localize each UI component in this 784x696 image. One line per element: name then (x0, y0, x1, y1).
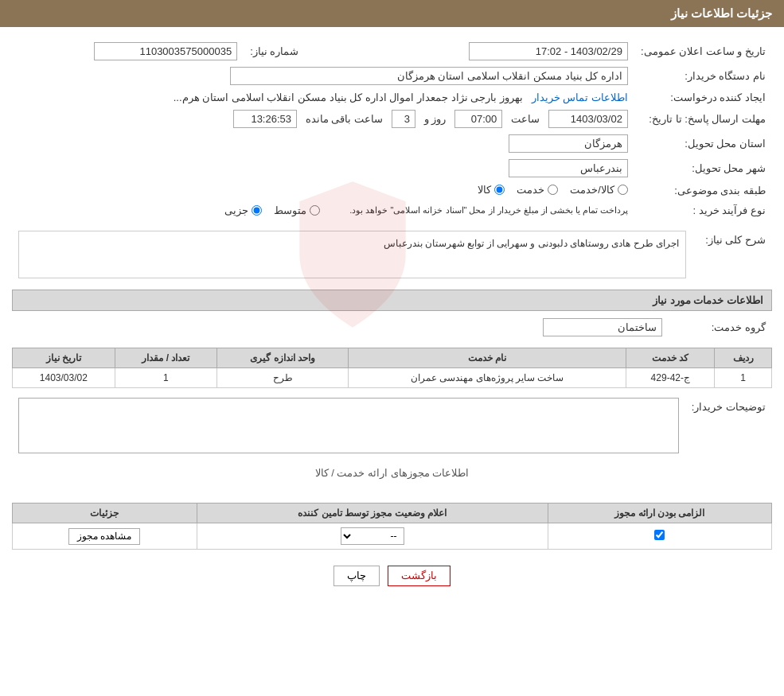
perm-required-checkbox[interactable] (654, 530, 665, 540)
description-value-cell: Ana Tender اجرای طرح هادی روستاهای دلبود… (12, 227, 692, 282)
deadline-row: 1403/03/02 ساعت 07:00 روز و 3 ساعت باقی … (12, 107, 634, 131)
perm-col-details: جزئیات (13, 504, 197, 523)
deadline-label: مهلت ارسال پاسخ: تا تاریخ: (634, 107, 772, 131)
col-code: کد خدمت (626, 348, 715, 368)
print-button[interactable]: چاپ (333, 566, 380, 586)
col-date: تاریخ نیاز (13, 348, 115, 368)
cell-date: 1403/03/02 (13, 368, 115, 388)
buyer-notes-value-cell (12, 395, 685, 459)
perm-row: -- مشاهده مجوز (13, 523, 772, 550)
perm-status-select[interactable]: -- (341, 527, 404, 545)
creator-value: اطلاعات تماس خریدار بهروز بارجی نژاد جمع… (12, 88, 634, 107)
description-text: اجرای طرح هادی روستاهای دلبودنی و سهرایی… (384, 238, 679, 249)
group-label: گروه خدمت: (669, 315, 772, 340)
col-qty: تعداد / مقدار (115, 348, 217, 368)
process-option-middle: متوسط (274, 204, 320, 216)
main-content: تاریخ و ساعت اعلان عمومی: 1403/02/29 - 1… (0, 27, 784, 614)
city-box: بندرعباس (509, 159, 628, 177)
process-row: پرداخت تمام یا بخشی از مبلغ خریدار از مح… (12, 200, 634, 220)
perm-col-status: اعلام وضعیت مجوز توسط تامین کننده (197, 504, 548, 523)
city-label: شهر محل تحویل: (634, 156, 772, 181)
creator-contact-link[interactable]: اطلاعات تماس خریدار (532, 91, 628, 103)
col-row: ردیف (715, 348, 772, 368)
cell-name: ساخت سایر پروژه‌های مهندسی عمران (348, 368, 626, 388)
deadline-time-label: ساعت (511, 113, 540, 125)
request-number-label: شماره نیاز: (244, 39, 347, 64)
city-value: بندرعباس (12, 156, 634, 181)
deadline-days-label: روز و (424, 113, 447, 125)
buyer-org-label: نام دستگاه خریدار: (634, 64, 772, 88)
announce-label: تاریخ و ساعت اعلان عمومی: (634, 39, 772, 64)
description-box: اجرای طرح هادی روستاهای دلبودنی و سهرایی… (18, 231, 686, 278)
buyer-notes-label: توضیحات خریدار: (685, 395, 772, 459)
group-value: ساختمان (12, 315, 669, 340)
remaining-label: ساعت باقی مانده (306, 113, 383, 125)
buyer-org-value: اداره کل بنیاد مسکن انقلاب اسلامی استان … (12, 64, 634, 88)
perm-col-required: الزامی بودن ارائه مجوز (548, 504, 771, 523)
creator-label: ایجاد کننده درخواست: (634, 88, 772, 107)
description-label: شرح کلی نیاز: (692, 227, 772, 282)
category-radio-group: کالا/خدمت خدمت کالا (478, 184, 628, 196)
announce-date-box: 1403/02/29 - 17:02 (469, 42, 628, 60)
perm-details-cell: مشاهده مجوز (13, 523, 197, 550)
cell-code: ج-42-429 (626, 368, 715, 388)
radio-kala[interactable] (494, 185, 505, 195)
back-button[interactable]: بازگشت (388, 566, 451, 586)
page-wrapper: جزئیات اطلاعات نیاز تاریخ و ساعت اعلان ع… (0, 0, 784, 696)
info-table: تاریخ و ساعت اعلان عمومی: 1403/02/29 - 1… (12, 39, 772, 220)
permissions-table: الزامی بودن ارائه مجوز اعلام وضعیت مجوز … (12, 503, 772, 550)
request-number-box: 1103003575000035 (94, 42, 237, 60)
permissions-section-title: اطلاعات مجوزهای ارائه خدمت / کالا (12, 467, 772, 479)
category-option-khedmat: خدمت (517, 184, 558, 196)
creator-name: بهروز بارجی نژاد جمعدار اموال اداره کل ب… (174, 91, 523, 103)
category-option-kala: کالا (478, 184, 505, 196)
category-row: کالا/خدمت خدمت کالا (12, 181, 634, 200)
page-title: جزئیات اطلاعات نیاز (671, 6, 772, 20)
view-permit-button[interactable]: مشاهده مجوز (68, 528, 140, 545)
buyer-org-box: اداره کل بنیاد مسکن انقلاب اسلامی استان … (230, 67, 628, 85)
radio-middle[interactable] (310, 205, 320, 216)
buyer-notes-textarea[interactable] (18, 398, 679, 453)
province-value: هرمزگان (12, 131, 634, 156)
radio-khedmat[interactable] (548, 185, 558, 195)
deadline-days-box: 3 (392, 110, 415, 128)
notes-table: توضیحات خریدار: (12, 395, 772, 459)
cell-row: 1 (715, 368, 772, 388)
announce-value: 1403/02/29 - 17:02 (379, 39, 634, 64)
description-table: شرح کلی نیاز: Ana Tender اجرای طرح هادی … (12, 227, 772, 282)
group-table: گروه خدمت: ساختمان (12, 315, 772, 340)
request-number-value: 1103003575000035 (12, 39, 244, 64)
deadline-date-box: 1403/03/02 (548, 110, 628, 128)
page-header: جزئیات اطلاعات نیاز (0, 0, 784, 27)
perm-required-cell (548, 523, 771, 550)
services-section-title: اطلاعات خدمات مورد نیاز (12, 290, 772, 311)
remaining-time-box: 13:26:53 (233, 110, 297, 128)
province-label: استان محل تحویل: (634, 131, 772, 156)
group-box: ساختمان (543, 318, 662, 336)
table-row: 1 ج-42-429 ساخت سایر پروژه‌های مهندسی عم… (13, 368, 772, 388)
process-option-partial: جزیی (224, 204, 262, 216)
process-note: پرداخت تمام یا بخشی از مبلغ خریدار از مح… (349, 205, 628, 216)
col-unit: واحد اندازه گیری (217, 348, 349, 368)
perm-status-cell: -- (197, 523, 548, 550)
col-name: نام خدمت (348, 348, 626, 368)
services-table: ردیف کد خدمت نام خدمت واحد اندازه گیری ت… (12, 348, 772, 388)
deadline-time-box: 07:00 (454, 110, 502, 128)
radio-partial[interactable] (252, 205, 262, 216)
svg-text:Tender: Tender (336, 278, 369, 290)
bottom-buttons: بازگشت چاپ (12, 566, 772, 586)
cell-qty: 1 (115, 368, 217, 388)
category-label: طبقه بندی موضوعی: (634, 181, 772, 200)
category-option-kala-khedmat: کالا/خدمت (570, 184, 628, 196)
process-radio-group: پرداخت تمام یا بخشی از مبلغ خریدار از مح… (224, 204, 628, 216)
radio-kala-khedmat[interactable] (618, 185, 628, 195)
process-label: نوع فرآیند خرید : (634, 200, 772, 220)
province-box: هرمزگان (509, 134, 628, 153)
cell-unit: طرح (217, 368, 349, 388)
